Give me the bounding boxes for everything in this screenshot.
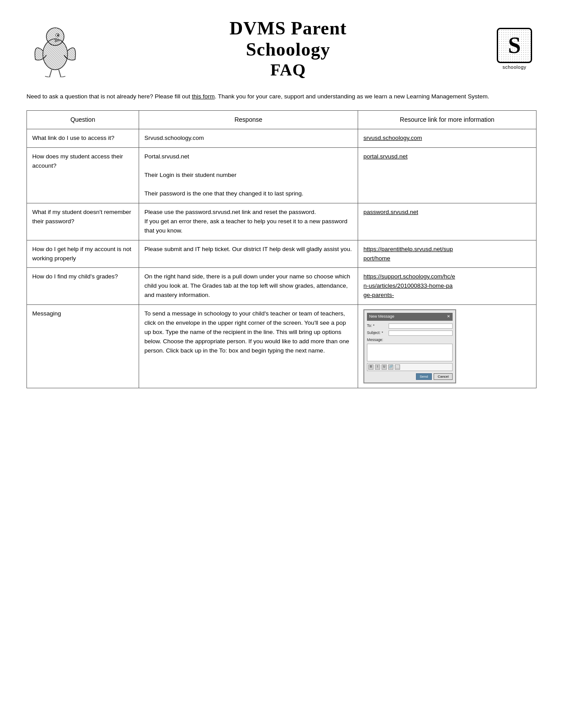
msg-message-textarea[interactable] — [367, 344, 453, 361]
resource-cell: portal.srvusd.net — [358, 148, 537, 203]
msg-to-input[interactable] — [389, 323, 453, 329]
col-header-resource: Resource link for more information — [358, 110, 537, 129]
italic-icon[interactable]: I — [375, 364, 380, 370]
response-line3: Their password is the one that they chan… — [144, 190, 303, 197]
schoology-s-badge: S — [497, 28, 532, 63]
link-icon[interactable]: 🔗 — [388, 364, 393, 370]
resource-cell: password.srvusd.net — [358, 203, 537, 240]
response-cell: On the right hand side, there is a pull … — [139, 268, 358, 305]
intro-paragraph: Need to ask a question that is not alrea… — [26, 92, 537, 101]
resource-link[interactable]: portal.srvusd.net — [363, 153, 408, 160]
title-line3: FAQ — [84, 60, 492, 79]
msg-title-bar: New Message ✕ — [367, 313, 453, 321]
msg-to-field: To: * — [367, 323, 453, 329]
svg-line-6 — [59, 70, 61, 77]
table-row: How do I get help if my account is not w… — [27, 240, 537, 268]
msg-subject-input[interactable] — [389, 330, 453, 336]
image-icon[interactable]: ⬜ — [395, 364, 400, 370]
response-cell: Please submit and IT help ticket. Our di… — [139, 240, 358, 268]
resource-link[interactable]: password.srvusd.net — [363, 209, 418, 215]
msg-toolbar: B I U 🔗 ⬜ — [367, 363, 453, 371]
table-row: How do I find my child's grades? On the … — [27, 268, 537, 305]
question-cell: What link do I use to access it? — [27, 129, 139, 148]
response-text: To send a message in schoology to your c… — [144, 310, 349, 354]
resource-cell: https://parentithelp.srvusd.net/support/… — [358, 240, 537, 268]
response-text: Srvusd.schoology.com — [144, 135, 204, 141]
bold-icon[interactable]: B — [368, 364, 374, 370]
schoology-brand-text: schoology — [503, 64, 526, 70]
question-text: Messaging — [32, 310, 61, 317]
mascot-icon — [31, 20, 79, 77]
response-cell: To send a message in schoology to your c… — [139, 305, 358, 388]
response-cell: Srvusd.schoology.com — [139, 129, 358, 148]
question-cell: How do I get help if my account is not w… — [27, 240, 139, 268]
question-cell: How does my student access their account… — [27, 148, 139, 203]
schoology-s-letter: S — [508, 32, 521, 58]
question-text: What if my student doesn't remember thei… — [32, 209, 131, 225]
table-row: Messaging To send a message in schoology… — [27, 305, 537, 388]
question-text: What link do I use to access it? — [32, 135, 114, 141]
msg-cancel-button[interactable]: Cancel — [434, 373, 453, 380]
msg-subject-label: Subject: * — [367, 330, 387, 336]
table-header-row: Question Response Resource link for more… — [27, 110, 537, 129]
page-header: DVMS Parent Schoology FAQ S schoology — [26, 18, 537, 79]
col-header-question: Question — [27, 110, 139, 129]
faq-table: Question Response Resource link for more… — [26, 110, 537, 388]
svg-point-1 — [46, 28, 64, 45]
msg-message-area: Message: — [367, 337, 453, 361]
intro-text-before: Need to ask a question that is not alrea… — [26, 93, 192, 100]
this-form-link[interactable]: this form — [192, 93, 215, 100]
svg-line-7 — [45, 76, 49, 77]
response-cell: Portal.srvusd.net Their Login is their s… — [139, 148, 358, 203]
col-header-response: Response — [139, 110, 358, 129]
title-line1: DVMS Parent — [84, 18, 492, 39]
schoology-logo: S schoology — [492, 28, 537, 70]
question-cell: What if my student doesn't remember thei… — [27, 203, 139, 240]
question-text: How do I find my child's grades? — [32, 273, 118, 280]
msg-message-label: Message: — [367, 337, 453, 343]
title-line2: Schoology — [84, 39, 492, 60]
underline-icon[interactable]: U — [382, 364, 387, 370]
msg-title: New Message — [369, 314, 394, 320]
response-line1: Portal.srvusd.net — [144, 153, 189, 160]
close-icon: ✕ — [447, 314, 450, 320]
msg-to-label: To: * — [367, 323, 387, 329]
question-text: How does my student access their account… — [32, 153, 123, 169]
response-text: Please submit and IT help ticket. Our di… — [144, 246, 352, 252]
msg-buttons: Send Cancel — [367, 373, 453, 380]
msg-subject-field: Subject: * — [367, 330, 453, 336]
svg-line-5 — [49, 70, 52, 77]
intro-text-after: . Thank you for your care, support and u… — [215, 93, 489, 100]
response-line2: Their Login is their student number — [144, 172, 237, 178]
resource-cell: srvusd.schoology.com — [358, 129, 537, 148]
response-cell: Please use the password.srvusd.net link … — [139, 203, 358, 240]
question-cell: How do I find my child's grades? — [27, 268, 139, 305]
svg-line-12 — [61, 76, 65, 77]
table-row: What link do I use to access it? Srvusd.… — [27, 129, 537, 148]
msg-send-button[interactable]: Send — [416, 373, 432, 380]
resource-link[interactable]: https://support.schoology.com/hc/en-us/a… — [363, 273, 455, 298]
question-cell: Messaging — [27, 305, 139, 388]
svg-point-4 — [57, 34, 59, 36]
response-text: On the right hand side, there is a pull … — [144, 273, 350, 298]
response-text: Please use the password.srvusd.net link … — [144, 209, 348, 234]
resource-cell: https://support.schoology.com/hc/en-us/a… — [358, 268, 537, 305]
resource-link[interactable]: srvusd.schoology.com — [363, 135, 422, 141]
table-row: How does my student access their account… — [27, 148, 537, 203]
table-row: What if my student doesn't remember thei… — [27, 203, 537, 240]
question-text: How do I get help if my account is not w… — [32, 246, 131, 262]
resource-cell: New Message ✕ To: * Subject: * Message: — [358, 305, 537, 388]
resource-link[interactable]: https://parentithelp.srvusd.net/support/… — [363, 246, 453, 262]
mascot-logo — [26, 20, 84, 77]
page-title-block: DVMS Parent Schoology FAQ — [84, 18, 492, 79]
message-screenshot: New Message ✕ To: * Subject: * Message: — [363, 309, 456, 383]
